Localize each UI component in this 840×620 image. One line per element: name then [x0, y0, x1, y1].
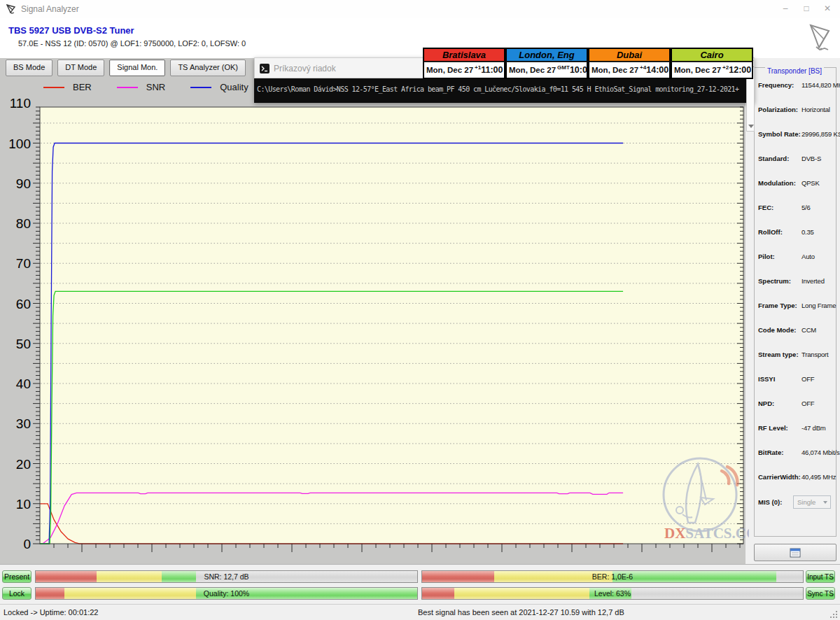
field-value: OFF — [802, 375, 814, 383]
field-value: 40,495 MHz — [802, 473, 836, 481]
field-label: BitRate: — [758, 449, 802, 456]
quality-bar: Quality: 100% — [35, 587, 418, 600]
clock-city: Cairo — [671, 48, 753, 62]
field-label: RollOff: — [758, 228, 802, 236]
clock-date: Mon, Dec 27 — [426, 66, 473, 74]
app-icon — [6, 3, 17, 15]
signal-status-strip: Present Lock SNR: 12,7 dB Quality: 100% … — [0, 564, 840, 604]
clock-utc-offset: GMT — [557, 64, 570, 71]
legend-label: Quality — [220, 82, 248, 92]
transponder-field-row: Modulation: QPSK — [758, 171, 838, 195]
close-button[interactable]: ✕ — [818, 3, 837, 15]
clock-cairo[interactable]: Cairo Mon, Dec 27 +2 12:00 — [671, 48, 753, 79]
satellite-dish-icon — [805, 21, 834, 52]
mis-dropdown[interactable]: Single — [793, 495, 831, 509]
signal-analyzer-window: { "window": {"title": "Signal Analyzer",… — [0, 0, 840, 620]
snr-bar: SNR: 12,7 dB — [35, 570, 418, 583]
world-clocks: Bratislava Mon, Dec 27 +1 11:00 London, … — [423, 48, 753, 79]
field-value: DVB-S — [802, 155, 821, 162]
field-value: QPSK — [802, 179, 820, 187]
field-value: 0.35 — [802, 228, 814, 236]
chevron-down-icon — [823, 501, 827, 504]
field-value: CCM — [802, 326, 816, 334]
clock-date: Mon, Dec 27 — [592, 66, 638, 74]
transponder-field-row: BitRate: 46,074 Mbit/s — [758, 440, 838, 465]
dxsatcs-watermark-logo: DXSATCS.COM — [654, 451, 749, 546]
transponder-field-row: FEC: 5/6 — [758, 195, 838, 220]
tab-dt-mode[interactable]: DT Mode — [57, 59, 104, 76]
svg-text:50: 50 — [16, 337, 31, 351]
transponder-field-row: Frequency: 11544,820 MHz — [758, 73, 838, 97]
signal-chart: 0102030405060708090100110 — [0, 98, 752, 564]
transponder-field-row: Spectrum: Inverted — [758, 269, 838, 293]
quality-value: Quality: 100% — [36, 589, 417, 598]
present-indicator: Present — [2, 570, 31, 583]
ber-value: BER: 1,0E-6 — [422, 572, 803, 581]
legend-line-swatch — [43, 87, 64, 88]
svg-text:0: 0 — [23, 537, 31, 551]
resize-grip[interactable] — [830, 611, 838, 619]
svg-text:70: 70 — [16, 256, 31, 271]
transponder-field-row: Frame Type: Long Frame — [758, 293, 838, 318]
clock-time: 14:00 — [646, 65, 668, 75]
window-titlebar[interactable]: Signal Analyzer – □ ✕ — [0, 0, 840, 17]
lock-indicator: Lock — [2, 587, 31, 600]
transponder-field-row: Code Mode: CCM — [758, 318, 838, 342]
field-label: ISSYI — [758, 375, 802, 383]
field-label: CarrierWidth: — [758, 473, 802, 481]
clock-utc-offset: +1 — [475, 64, 481, 71]
clock-time: 11:00 — [481, 65, 503, 75]
device-title: TBS 5927 USB DVB-S2 Tuner — [8, 25, 134, 36]
best-signal-status: Best signal has been seen at 2021-12-27 … — [418, 608, 624, 617]
cmd-prompt-text: C:\Users\Roman Dávid>NSS 12-57°E_East Af… — [257, 85, 738, 93]
watermark-dx: DX — [664, 525, 685, 542]
clock-time: 12:00 — [729, 65, 751, 75]
statusbar: Locked -> Uptime: 00:01:22 Best signal h… — [0, 604, 840, 620]
transponder-field-row: ISSYI OFF — [758, 367, 838, 391]
field-label: RF Level: — [758, 424, 802, 432]
tab-bs-mode[interactable]: BS Mode — [6, 59, 52, 76]
transponder-field-row: NPD: OFF — [758, 391, 838, 416]
ber-bar: BER: 1,0E-6 — [421, 570, 804, 583]
scroll-down-icon[interactable] — [748, 125, 754, 128]
field-label: Standard: — [758, 155, 802, 162]
legend-label: BER — [73, 82, 92, 92]
transponder-field-row: CarrierWidth: 40,495 MHz — [758, 465, 838, 489]
field-label: FEC: — [758, 204, 802, 211]
field-label: Polarization: — [758, 106, 802, 113]
transponder-field-row: Pilot: Auto — [758, 244, 838, 269]
field-value: Inverted — [802, 277, 825, 285]
transponder-sidebar: Transponder [BS] Frequency: 11544,820 MH… — [746, 58, 840, 564]
maximize-button[interactable]: □ — [797, 3, 816, 15]
tuning-info: 57.0E - NSS 12 (ID: 0570) @ LOF1: 975000… — [18, 39, 246, 48]
field-label: Stream type: — [758, 351, 802, 358]
clock-london-eng[interactable]: London, Eng Mon, Dec 27 GMT 10:00 — [505, 48, 588, 79]
clock-dubai[interactable]: Dubai Mon, Dec 27 +4 14:00 — [588, 48, 671, 79]
transponder-fields: Frequency: 11544,820 MHz Polarization: H… — [758, 73, 838, 489]
ts-list-icon — [790, 548, 801, 558]
transponder-field-row: RF Level: -47 dBm — [758, 416, 838, 440]
window-title: Signal Analyzer — [21, 4, 79, 14]
field-value: OFF — [802, 400, 814, 407]
ts-list-button[interactable] — [754, 544, 836, 561]
svg-text:DXSATCS.COM: DXSATCS.COM — [664, 525, 749, 542]
clock-city: Bratislava — [423, 48, 505, 62]
field-value: -47 dBm — [802, 424, 826, 432]
input-ts-button[interactable]: Input TS — [806, 570, 835, 583]
clock-bratislava[interactable]: Bratislava Mon, Dec 27 +1 11:00 — [423, 48, 505, 79]
mis-label: MIS (0): — [758, 498, 789, 506]
minimize-button[interactable]: – — [776, 3, 795, 15]
field-label: Modulation: — [758, 179, 802, 187]
clock-utc-offset: +2 — [722, 64, 729, 71]
tab-signal-mon[interactable]: Signal Mon. — [109, 59, 165, 76]
lock-uptime-status: Locked -> Uptime: 00:01:22 — [4, 608, 98, 617]
field-value: 46,074 Mbit/s — [802, 449, 839, 456]
legend-line-swatch — [190, 87, 211, 88]
tab-ts-analyzer-ok[interactable]: TS Analyzer (OK) — [170, 59, 246, 76]
field-label: Spectrum: — [758, 277, 802, 285]
clock-city: Dubai — [588, 48, 671, 62]
cmd-terminal[interactable]: C:\Users\Roman Dávid>NSS 12-57°E_East Af… — [254, 78, 746, 103]
sync-ts-button[interactable]: Sync TS — [806, 587, 835, 600]
snr-value: SNR: 12,7 dB — [36, 572, 417, 581]
field-value: 11544,820 MHz — [802, 81, 840, 89]
